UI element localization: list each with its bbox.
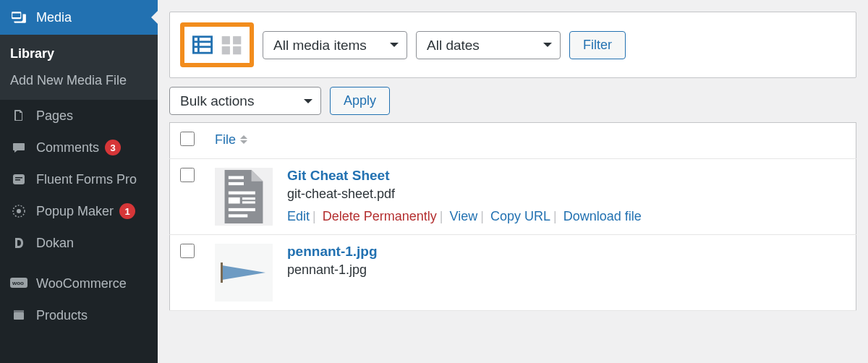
sidebar-label: Comments — [36, 140, 99, 155]
apply-button[interactable]: Apply — [330, 87, 390, 115]
svg-rect-14 — [222, 37, 229, 44]
media-title-link[interactable]: Git Cheat Sheet — [287, 168, 642, 184]
sidebar-item-dokan[interactable]: Dokan — [0, 227, 158, 259]
comments-badge: 3 — [105, 140, 121, 155]
svg-rect-9 — [14, 310, 24, 312]
svg-rect-20 — [229, 192, 255, 195]
media-filename: git-cheat-sheet.pdf — [287, 187, 642, 202]
sidebar-label: Popup Maker — [36, 204, 114, 219]
sidebar-label: Fluent Forms Pro — [36, 172, 137, 187]
media-icon — [10, 9, 27, 26]
svg-rect-28 — [221, 262, 223, 283]
download-link[interactable]: Download file — [563, 209, 642, 223]
svg-rect-3 — [15, 179, 20, 181]
sidebar-label: Media — [36, 10, 72, 25]
svg-rect-8 — [14, 312, 24, 320]
svg-rect-18 — [229, 176, 244, 179]
products-icon — [10, 307, 27, 324]
row-checkbox[interactable] — [180, 168, 195, 182]
svg-text:woo: woo — [12, 280, 24, 286]
sidebar-item-woocommerce[interactable]: woo WooCommerce — [0, 268, 158, 299]
table-row: pennant-1.jpg pennant-1.jpg — [170, 235, 856, 311]
admin-sidebar: Media Library Add New Media File Pages C… — [0, 0, 158, 363]
table-row: Git Cheat Sheet git-cheat-sheet.pdf Edit… — [170, 159, 856, 235]
sidebar-item-products[interactable]: Products — [0, 299, 158, 331]
sidebar-sub-library[interactable]: Library — [0, 40, 158, 67]
svg-rect-17 — [234, 47, 241, 54]
pages-icon — [10, 107, 27, 124]
sidebar-label: Pages — [36, 108, 73, 124]
document-thumbnail-icon — [215, 168, 273, 226]
sidebar-subitems: Library Add New Media File — [0, 35, 158, 100]
svg-point-0 — [14, 14, 15, 16]
dokan-icon — [10, 234, 27, 252]
sidebar-item-media[interactable]: Media — [0, 0, 158, 35]
image-thumbnail — [215, 244, 273, 302]
media-title-link[interactable]: pennant-1.jpg — [287, 244, 378, 260]
select-all-checkbox[interactable] — [180, 132, 195, 146]
woo-icon: woo — [10, 275, 27, 292]
svg-rect-25 — [229, 214, 247, 217]
svg-rect-15 — [234, 37, 241, 44]
main-content: All media items All dates Filter Bulk ac… — [158, 0, 868, 363]
svg-rect-21 — [229, 197, 240, 203]
sidebar-label: Dokan — [36, 236, 74, 251]
sidebar-item-pages[interactable]: Pages — [0, 100, 158, 132]
row-checkbox[interactable] — [180, 244, 195, 258]
column-header-file[interactable]: File — [205, 123, 856, 159]
date-filter[interactable]: All dates — [416, 31, 561, 59]
popup-icon — [10, 202, 27, 220]
comments-icon — [10, 139, 27, 156]
popup-badge: 1 — [119, 203, 135, 219]
grid-view-button[interactable] — [219, 33, 244, 57]
svg-point-5 — [17, 209, 21, 213]
media-table: File Git Cheat Sheet git-cheat-s — [169, 122, 856, 311]
sidebar-item-popupmaker[interactable]: Popup Maker 1 — [0, 195, 158, 227]
filter-bar: All media items All dates Filter — [169, 12, 856, 78]
sidebar-sub-addnew[interactable]: Add New Media File — [0, 67, 158, 94]
list-view-button[interactable] — [190, 33, 215, 57]
svg-rect-23 — [242, 201, 255, 203]
svg-rect-16 — [222, 47, 229, 54]
svg-rect-24 — [229, 208, 255, 211]
fluent-icon — [10, 171, 27, 188]
delete-link[interactable]: Delete Permanently — [323, 209, 437, 223]
edit-link[interactable]: Edit — [287, 209, 310, 223]
sort-icon — [240, 132, 247, 148]
bulk-actions-select[interactable]: Bulk actions — [169, 87, 321, 115]
row-actions: Edit| Delete Permanently| View| Copy URL… — [287, 209, 642, 224]
view-link[interactable]: View — [450, 209, 478, 223]
copy-url-link[interactable]: Copy URL — [490, 209, 550, 223]
svg-rect-2 — [15, 177, 22, 179]
media-filename: pennant-1.jpg — [287, 262, 378, 278]
svg-rect-10 — [193, 37, 211, 53]
filter-button[interactable]: Filter — [569, 31, 626, 59]
sidebar-label: Products — [36, 308, 88, 323]
select-all-cell — [170, 123, 205, 159]
sidebar-item-fluentforms[interactable]: Fluent Forms Pro — [0, 163, 158, 195]
bulk-select-wrap: Bulk actions — [169, 87, 321, 115]
svg-rect-22 — [242, 197, 255, 200]
media-type-filter[interactable]: All media items — [263, 31, 407, 59]
media-type-filter-wrap: All media items — [263, 31, 407, 59]
view-toggle-highlight — [180, 22, 254, 67]
bulk-actions-row: Bulk actions Apply — [169, 87, 856, 115]
svg-rect-19 — [229, 182, 244, 185]
date-filter-wrap: All dates — [416, 31, 561, 59]
sidebar-item-comments[interactable]: Comments 3 — [0, 132, 158, 163]
column-header-label: File — [215, 132, 236, 148]
sidebar-label: WooCommerce — [36, 276, 127, 291]
